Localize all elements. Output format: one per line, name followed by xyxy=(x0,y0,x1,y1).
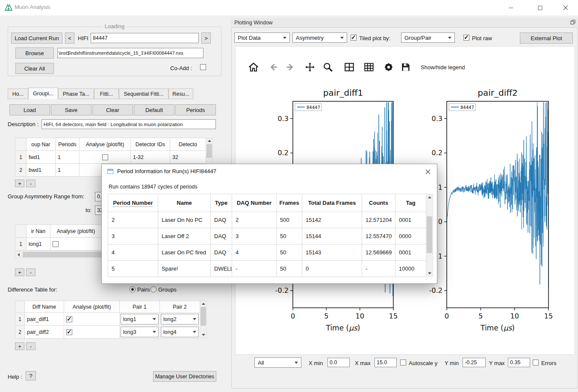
load-current-run-button[interactable]: Load Current Run xyxy=(11,32,62,44)
col-analyse[interactable]: Analyse (plot/fit) xyxy=(50,225,102,238)
col-type[interactable]: Type xyxy=(211,194,232,212)
forward-icon[interactable] xyxy=(285,62,296,73)
tab-sequential-fitting[interactable]: Sequential Fitti... xyxy=(119,88,168,99)
close-button[interactable] xyxy=(556,0,575,15)
clear-button[interactable]: Clear xyxy=(92,104,133,115)
remove-diff-button[interactable]: - xyxy=(26,342,35,350)
add-group-button[interactable]: + xyxy=(15,180,24,187)
plot-raw-checkbox[interactable] xyxy=(463,35,469,41)
manage-user-directories-button[interactable]: Manage User Directories xyxy=(153,371,216,382)
co-add-checkbox[interactable] xyxy=(200,64,206,70)
col-daq-number[interactable]: DAQ Number xyxy=(232,194,277,212)
col-name[interactable]: Name xyxy=(158,194,211,212)
plotting-dock-titlebar[interactable]: Plotting Window xyxy=(231,18,578,27)
periods-cell[interactable]: 1 xyxy=(56,164,80,177)
next-run-button[interactable]: > xyxy=(201,32,211,44)
tab-results[interactable]: Resu... xyxy=(168,88,193,99)
add-diff-button[interactable]: + xyxy=(15,342,24,350)
groups-radio-label[interactable]: Groups xyxy=(158,286,177,293)
save-icon[interactable] xyxy=(400,62,411,73)
group-name-cell[interactable]: bwd1 xyxy=(27,164,56,177)
detector-ids-cell[interactable]: 1-32 xyxy=(131,151,170,164)
col-frames[interactable]: Frames xyxy=(277,194,302,212)
col-analyse[interactable]: Analyse (plot/fit) xyxy=(80,138,131,151)
errors-checkbox[interactable] xyxy=(533,360,539,365)
maximize-button[interactable] xyxy=(530,0,550,15)
group-name-cell[interactable]: fwd1 xyxy=(27,151,56,164)
col-periods[interactable]: Periods xyxy=(56,138,80,151)
diff-table-scrollbar[interactable] xyxy=(200,301,207,338)
file-path-input[interactable]: \inst$\ndxhifi\instrument\data\cycle_15_… xyxy=(57,48,203,58)
autoscale-y-checkbox[interactable] xyxy=(400,360,406,365)
remove-group-button[interactable]: - xyxy=(26,180,35,187)
col-tag[interactable]: Tag xyxy=(395,194,426,212)
scroll-left-icon[interactable] xyxy=(15,251,22,258)
pair1-select[interactable]: long1 xyxy=(121,314,159,324)
subplots-grid-icon[interactable] xyxy=(344,62,355,73)
xmin-input[interactable]: 0.0 xyxy=(327,358,350,367)
clear-all-button[interactable]: Clear All xyxy=(15,63,54,74)
detectors-cell[interactable]: 32 xyxy=(170,151,206,164)
load-button[interactable]: Load xyxy=(9,104,50,115)
default-button[interactable]: Default xyxy=(134,104,174,115)
dialog-titlebar[interactable]: Period Information for Run(s) HIFI84447 xyxy=(102,164,437,179)
col-period-number[interactable]: Period Number xyxy=(108,194,158,212)
tab-fitting[interactable]: Fitti... xyxy=(94,88,119,99)
help-button[interactable]: ? xyxy=(26,371,36,380)
analyse-checkbox[interactable] xyxy=(102,154,108,160)
periods-cell[interactable]: 1 xyxy=(56,151,80,164)
diff-table[interactable]: Diff Name Analyse (plot/fit) Pair 1 Pair… xyxy=(15,301,200,339)
description-input[interactable]: HIFI, 64 detectors, main field : Longitu… xyxy=(41,119,216,129)
run-number-input[interactable]: 84447 xyxy=(91,33,199,43)
previous-run-button[interactable]: < xyxy=(65,32,74,44)
col-group-name[interactable]: oup Nar xyxy=(27,138,56,151)
browse-button[interactable]: Browse xyxy=(15,47,54,59)
pair1-select[interactable]: long3 xyxy=(121,327,159,337)
zoom-icon[interactable] xyxy=(322,62,333,73)
dialog-close-button[interactable] xyxy=(418,164,438,180)
tab-phase-table[interactable]: Phase Ta... xyxy=(58,88,94,99)
col-diff-name[interactable]: Diff Name xyxy=(25,301,64,313)
tile-grid-icon[interactable] xyxy=(363,62,375,73)
diff-name-cell[interactable]: pair_diff2 xyxy=(25,326,64,339)
pair-name-cell[interactable]: long1 xyxy=(27,238,50,251)
col-pair1[interactable]: Pair 1 xyxy=(120,301,160,313)
home-icon[interactable] xyxy=(248,62,259,73)
col-detector-ids[interactable]: Detector IDs xyxy=(131,138,170,151)
col-counts[interactable]: Counts xyxy=(362,194,395,212)
scroll-up-icon[interactable] xyxy=(200,301,206,307)
settings-gear-icon[interactable] xyxy=(383,62,394,73)
period-table-scrollbar[interactable] xyxy=(426,194,433,277)
plot-range-select[interactable]: All xyxy=(254,357,301,368)
scroll-up-icon[interactable] xyxy=(206,138,212,144)
pair2-select[interactable]: long4 xyxy=(161,327,199,337)
analyse-checkbox[interactable] xyxy=(66,329,72,335)
tiled-by-select[interactable]: Group/Pair xyxy=(401,32,455,43)
minimize-button[interactable] xyxy=(501,0,521,15)
analyse-checkbox[interactable] xyxy=(66,316,72,322)
plot-data-select[interactable]: Plot Data xyxy=(234,32,290,43)
tiled-plot-checkbox[interactable] xyxy=(351,35,357,41)
col-detectors[interactable]: Detecto xyxy=(170,138,206,151)
save-button[interactable]: Save xyxy=(51,104,91,115)
groups-radio[interactable] xyxy=(150,286,156,292)
col-analyse[interactable]: Analyse (plot/fit) xyxy=(64,301,120,313)
period-table[interactable]: Period Number Name Type DAQ Number Frame… xyxy=(108,194,426,277)
tab-grouping[interactable]: Groupi... xyxy=(28,88,58,99)
scroll-down-icon[interactable] xyxy=(426,270,433,276)
pairs-radio-label[interactable]: Pairs xyxy=(137,286,150,293)
tab-home[interactable]: Ho... xyxy=(8,88,28,99)
show-hide-legend-button[interactable]: Show/hide legend xyxy=(421,64,465,71)
xmax-input[interactable]: 15.0 xyxy=(375,358,397,367)
add-pair-button[interactable]: + xyxy=(15,268,24,276)
scroll-up-icon[interactable] xyxy=(426,194,433,200)
pan-icon[interactable] xyxy=(304,62,316,73)
analyse-checkbox[interactable] xyxy=(53,241,59,247)
plot-type-select[interactable]: Asymmetry xyxy=(292,32,347,43)
col-pair-name[interactable]: ir Nan xyxy=(27,225,50,238)
col-pair2[interactable]: Pair 2 xyxy=(160,301,200,313)
col-total-data-frames[interactable]: Total Data Frames xyxy=(302,194,362,212)
periods-button[interactable]: Periods xyxy=(175,104,216,115)
external-plot-button[interactable]: External Plot xyxy=(520,32,573,44)
scroll-down-icon[interactable] xyxy=(200,332,206,338)
